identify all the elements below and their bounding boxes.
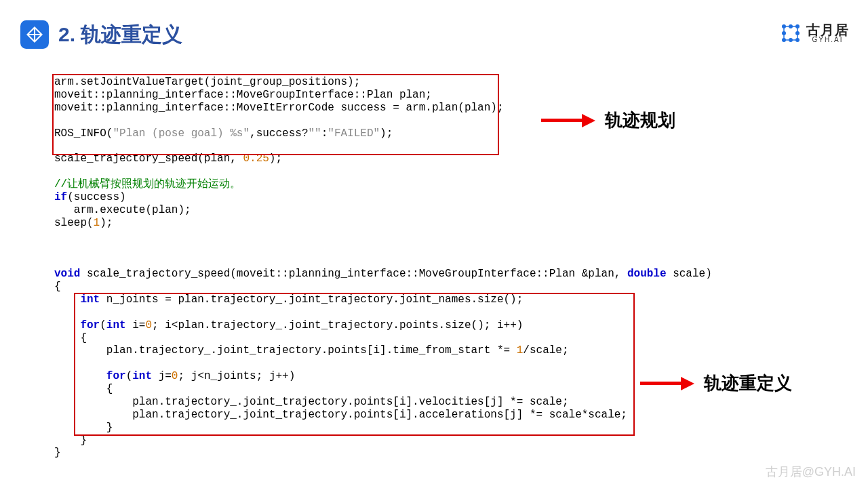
arrow-head-icon bbox=[681, 377, 694, 390]
brand-icon bbox=[781, 23, 801, 43]
brand-block: 古月居 GYH.AI bbox=[781, 23, 849, 44]
slide-header: 2. 轨迹重定义 bbox=[20, 20, 182, 49]
label-redefine: 轨迹重定义 bbox=[704, 371, 792, 395]
slide-logo-icon bbox=[20, 20, 49, 49]
arrow-redefine: 轨迹重定义 bbox=[640, 371, 792, 395]
watermark: 古月居@GYH.AI bbox=[766, 464, 856, 480]
slide-title: 2. 轨迹重定义 bbox=[58, 21, 182, 49]
arrow-head-icon bbox=[582, 114, 595, 127]
brand-name: 古月居 bbox=[806, 23, 849, 37]
brand-sub: GYH.AI bbox=[806, 37, 849, 44]
arrow-planning: 轨迹规划 bbox=[541, 108, 675, 132]
label-planning: 轨迹规划 bbox=[605, 108, 675, 132]
code-block: arm.setJointValueTarget(joint_group_posi… bbox=[54, 76, 712, 460]
